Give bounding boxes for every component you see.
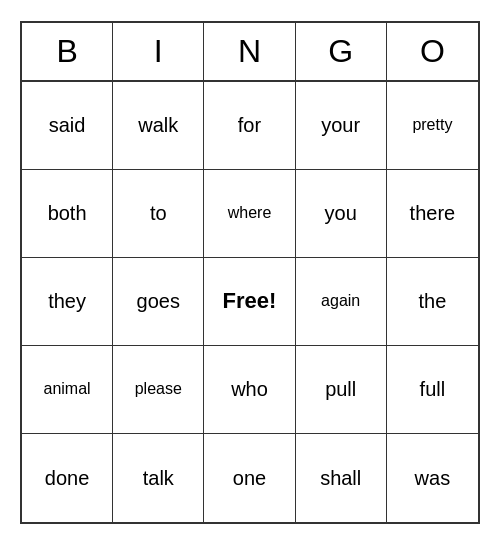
cell-text: both xyxy=(48,201,87,225)
cell-text: who xyxy=(231,377,268,401)
cell-text: pull xyxy=(325,377,356,401)
header-letter: G xyxy=(296,23,387,80)
bingo-cell: to xyxy=(113,170,204,258)
bingo-card: BINGO saidwalkforyourprettybothtowhereyo… xyxy=(20,21,480,524)
bingo-cell: walk xyxy=(113,82,204,170)
cell-text: your xyxy=(321,113,360,137)
bingo-cell: pull xyxy=(296,346,387,434)
bingo-cell: animal xyxy=(22,346,113,434)
cell-text: animal xyxy=(44,379,91,398)
bingo-cell: one xyxy=(204,434,295,522)
bingo-cell: talk xyxy=(113,434,204,522)
bingo-cell: both xyxy=(22,170,113,258)
bingo-cell: you xyxy=(296,170,387,258)
cell-text: said xyxy=(49,113,86,137)
bingo-cell: full xyxy=(387,346,478,434)
bingo-cell: your xyxy=(296,82,387,170)
bingo-cell: Free! xyxy=(204,258,295,346)
cell-text: Free! xyxy=(223,288,277,314)
header-letter: N xyxy=(204,23,295,80)
cell-text: pretty xyxy=(412,115,452,134)
bingo-cell: again xyxy=(296,258,387,346)
cell-text: please xyxy=(135,379,182,398)
cell-text: full xyxy=(420,377,446,401)
cell-text: again xyxy=(321,291,360,310)
cell-text: they xyxy=(48,289,86,313)
bingo-cell: please xyxy=(113,346,204,434)
header-letter: B xyxy=(22,23,113,80)
bingo-header: BINGO xyxy=(22,23,478,82)
header-letter: O xyxy=(387,23,478,80)
cell-text: was xyxy=(415,466,451,490)
bingo-cell: goes xyxy=(113,258,204,346)
cell-text: you xyxy=(325,201,357,225)
cell-text: done xyxy=(45,466,90,490)
bingo-cell: for xyxy=(204,82,295,170)
cell-text: one xyxy=(233,466,266,490)
cell-text: to xyxy=(150,201,167,225)
cell-text: talk xyxy=(143,466,174,490)
bingo-cell: they xyxy=(22,258,113,346)
cell-text: where xyxy=(228,203,272,222)
bingo-cell: where xyxy=(204,170,295,258)
cell-text: there xyxy=(410,201,456,225)
cell-text: for xyxy=(238,113,261,137)
cell-text: walk xyxy=(138,113,178,137)
cell-text: the xyxy=(418,289,446,313)
cell-text: shall xyxy=(320,466,361,490)
bingo-cell: said xyxy=(22,82,113,170)
cell-text: goes xyxy=(137,289,180,313)
bingo-cell: done xyxy=(22,434,113,522)
bingo-cell: shall xyxy=(296,434,387,522)
bingo-cell: was xyxy=(387,434,478,522)
bingo-grid: saidwalkforyourprettybothtowhereyouthere… xyxy=(22,82,478,522)
bingo-cell: who xyxy=(204,346,295,434)
header-letter: I xyxy=(113,23,204,80)
bingo-cell: there xyxy=(387,170,478,258)
bingo-cell: the xyxy=(387,258,478,346)
bingo-cell: pretty xyxy=(387,82,478,170)
